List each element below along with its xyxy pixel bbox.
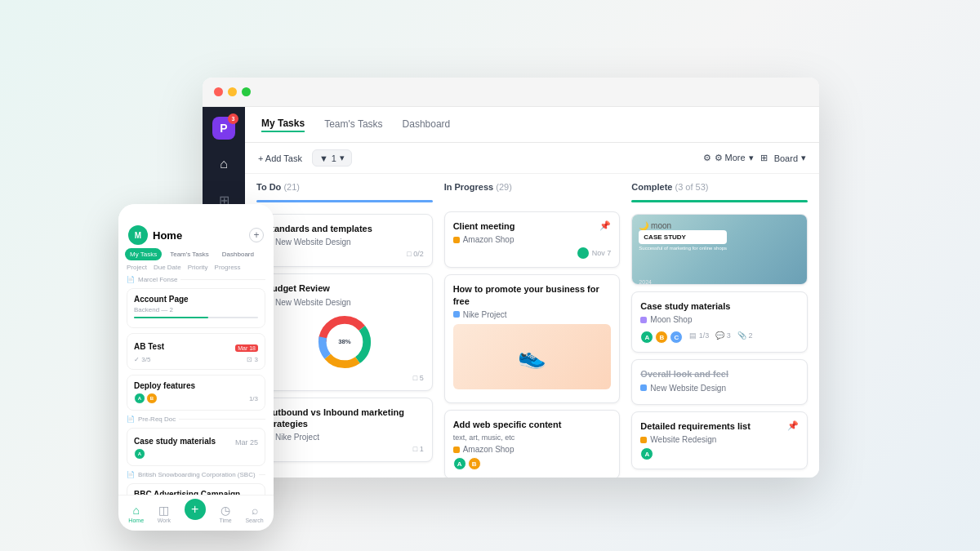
nav-work[interactable]: ◫ Work [158,504,171,523]
date-text: Mar 25 [235,438,258,447]
col-todo-count: (21) [283,182,300,192]
nav-home-label: Home [128,518,144,523]
card-requirements[interactable]: 📌 Detailed requirements list Website Red… [631,411,808,469]
card-web-content[interactable]: Add web specific content text, art, musi… [444,410,621,478]
pin-icon: 📌 [787,420,799,431]
tab-dashboard[interactable]: Dashboard [403,118,451,131]
avatar: A [640,447,653,460]
casestudy-date: 2024 [639,279,652,285]
project-name: New Website Design [275,238,351,247]
avatar: A [134,448,145,460]
filter-progress[interactable]: Progress [215,264,241,271]
card-standards[interactable]: Standards and templates New Website Desi… [256,214,433,267]
avatar-group: A B [453,457,612,470]
m-counter: 1/3 [249,395,258,402]
avatar: A [640,331,653,344]
project-dot [453,311,460,318]
card-project: Nike Project [453,310,612,319]
sidebar-icon-home[interactable]: ⌂ [212,153,235,176]
filter-priority[interactable]: Priority [188,264,208,271]
maximize-button[interactable] [242,87,251,96]
mobile-tab-dashboard[interactable]: Dashboard [217,248,259,260]
mobile-tab-mytasks[interactable]: My Tasks [125,248,162,260]
mobile-tabs: My Tasks Team's Tasks Dashboard [118,248,274,260]
avatar: A [453,457,466,470]
mobile-card-casestudy[interactable]: Case study materials Mar 25 A [127,428,265,466]
nav-add-button[interactable]: + [185,499,206,520]
board-button[interactable]: Board ▾ [774,153,806,163]
project-dot [640,437,647,443]
card-howto[interactable]: How to promote your business for free Ni… [444,274,621,403]
card-subtitle: text, art, music, etc [453,433,612,442]
card-casestudy-materials[interactable]: Case study materials Moon Shop A B C [631,291,808,353]
progress-bar-fill [134,317,208,318]
col-todo-bar [256,200,433,202]
mobile-card-deploy[interactable]: Deploy features A B 1/3 [127,375,265,411]
mobile-add-button[interactable]: + [249,228,264,242]
mobile-section-label2: 📄 Pre-Req Doc [127,415,265,423]
donut-svg: 38% [316,313,373,371]
filter-project[interactable]: Project [127,264,147,271]
filter-button[interactable]: ▼ 1 ▾ [312,149,352,167]
avatar: B [468,457,481,470]
nav-time-label: Time [219,518,231,523]
toolbar-right: ⚙ ⚙ More ▾ ⊞ Board ▾ [703,153,806,163]
donut-chart: 38% [265,310,424,374]
col-todo-header: To Do (21) [256,182,433,192]
view-toggle-button[interactable]: ⊞ [760,153,768,163]
col-complete-header: Complete (3 of 53) [631,182,808,192]
col-complete-count: (3 of 53) [675,182,709,192]
tab-my-tasks[interactable]: My Tasks [261,118,305,132]
card-project: New Website Design [265,298,424,307]
mobile-tab-teamtasks[interactable]: Team's Tasks [165,248,214,260]
card-overall-look[interactable]: Overall look and feel New Website Design [631,359,808,404]
nav-search[interactable]: ⌕ Search [245,504,263,523]
project-dot [640,317,647,323]
project-name: Amazon Shop [463,445,514,454]
add-task-button[interactable]: + Add Task [258,153,302,163]
window-titlebar [203,78,819,107]
notification-badge: 3 [228,113,238,124]
card-meta: □ 5 [265,374,424,382]
card-project: Amazon Shop [453,235,612,244]
nav-home[interactable]: ⌂ Home [128,504,144,523]
tab-team-tasks[interactable]: Team's Tasks [324,118,382,131]
project-dot [453,237,460,243]
m-counter: ✓ 3/5 [134,356,150,363]
nav-work-label: Work [158,518,171,523]
m-card-row: Case study materials Mar 25 [134,437,258,448]
project-name: Nike Project [463,310,507,319]
attachment-counter: 📎 2 [737,331,753,340]
minimize-button[interactable] [228,87,237,96]
board-label: Board [774,153,798,163]
casestudy-text: Successful of marketing for online shops [639,246,727,251]
grid-icon: ⊞ [760,153,768,163]
mobile-card-bbc[interactable]: BBC Advertising Campaign Design — 3 [127,483,265,495]
card-marketing[interactable]: Outbound vs Inbound marketing strategies… [256,398,433,463]
nav-time[interactable]: ◷ Time [219,504,231,523]
card-count: □ 1 [413,445,424,453]
app-tabs: My Tasks Team's Tasks Dashboard [245,107,819,143]
mobile-card-abtest[interactable]: AB Test Mar 18 ✓ 3/5 ⊡ 3 [127,333,265,370]
card-title: Detailed requirements list [640,420,799,432]
filter-duedate[interactable]: Due Date [154,264,181,271]
avatar: A [134,393,145,404]
card-client-meeting[interactable]: 📌 Client meeting Amazon Shop Nov 7 [444,211,621,268]
mobile-card-account[interactable]: Account Page Backend — 2 [127,288,265,328]
card-title: Client meeting [453,220,612,232]
column-todo: To Do (21) Standards and templates New W… [256,182,433,469]
project-name: New Website Design [650,384,726,393]
m-card-row: AB Test Mar 18 [134,342,258,353]
card-casestudy[interactable]: 🌙 moon CASE STUDY Successful of marketin… [631,214,808,285]
card-title: Case study materials [640,300,799,312]
mobile-avatar: M [128,225,148,245]
mobile-status-bar [118,204,274,220]
card-budget[interactable]: Budget Review New Website Design [256,273,433,390]
casestudy-image: 🌙 moon CASE STUDY Successful of marketin… [632,215,807,285]
avatar-group: A B C [640,331,683,344]
avatar-sm [577,247,589,259]
more-button[interactable]: ⚙ ⚙ More ▾ [703,153,754,163]
close-button[interactable] [214,87,223,96]
column-complete: Complete (3 of 53) 🌙 moon CASE STUDY Suc… [631,182,808,469]
filter-count: 1 [332,153,336,163]
